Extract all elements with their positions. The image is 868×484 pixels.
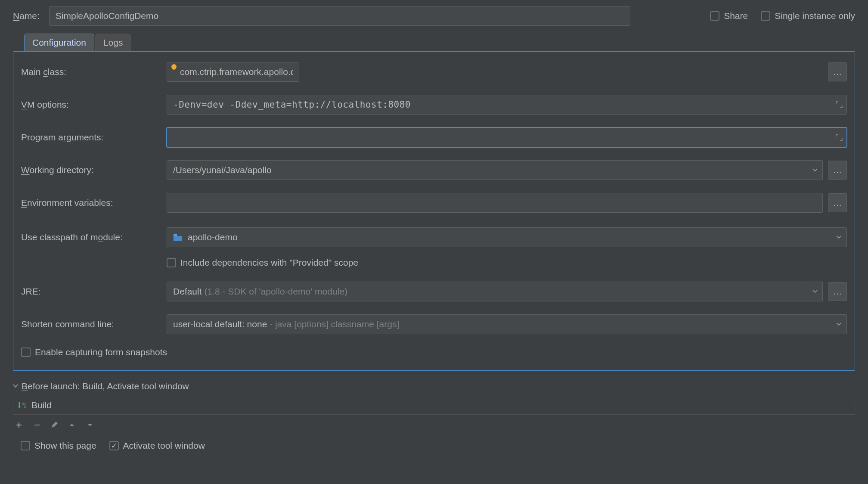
- shorten-command-line-label: Shorten command line:: [21, 319, 159, 329]
- build-icon: 01 10: [18, 401, 27, 410]
- include-provided-label: Include dependencies with "Provided" sco…: [180, 258, 358, 268]
- ellipsis-icon: …: [833, 286, 842, 297]
- single-instance-label: Single instance only: [775, 11, 855, 21]
- edit-button[interactable]: [51, 422, 59, 428]
- shorten-hint: - java [options] classname [args]: [267, 319, 399, 329]
- chevron-down-icon: [836, 323, 841, 326]
- ellipsis-icon: …: [833, 198, 842, 208]
- working-directory-dropdown[interactable]: [807, 160, 823, 180]
- checkbox-icon: [21, 441, 30, 450]
- tab-configuration[interactable]: Configuration: [24, 34, 94, 51]
- module-classpath-label: Use classpath of module:: [21, 232, 159, 242]
- vm-options-label: VM options:: [21, 99, 159, 110]
- before-launch-header[interactable]: Before launch: Build, Activate tool wind…: [13, 381, 855, 391]
- svg-rect-2: [174, 234, 177, 236]
- ellipsis-icon: …: [833, 165, 842, 175]
- remove-button[interactable]: −: [33, 419, 41, 431]
- ellipsis-icon: …: [833, 67, 842, 77]
- enable-form-snapshots-label: Enable capturing form snapshots: [35, 347, 167, 357]
- environment-variables-label: Environment variables:: [21, 198, 159, 208]
- activate-tool-window-label: Activate tool window: [123, 441, 205, 451]
- chevron-up-icon: [69, 423, 75, 427]
- configuration-panel: Main class: … VM options:: [13, 51, 855, 371]
- single-instance-checkbox[interactable]: Single instance only: [761, 11, 855, 21]
- jre-value: Default: [173, 286, 202, 296]
- browse-env-button[interactable]: …: [828, 193, 847, 212]
- show-this-page-checkbox[interactable]: Show this page: [21, 441, 96, 451]
- browse-main-class-button[interactable]: …: [828, 62, 847, 81]
- svg-point-0: [171, 64, 177, 69]
- chevron-down-icon: [13, 384, 18, 388]
- working-directory-input[interactable]: [167, 160, 807, 180]
- checkbox-icon: [710, 11, 719, 21]
- chevron-down-icon: [87, 423, 93, 427]
- add-button[interactable]: +: [15, 419, 23, 431]
- working-directory-label: Working directory:: [21, 165, 159, 175]
- program-arguments-label: Program arguments:: [21, 132, 159, 143]
- before-launch-list[interactable]: 01 10 Build: [13, 396, 855, 415]
- module-folder-icon: [173, 233, 183, 241]
- module-value: apollo-demo: [188, 232, 238, 242]
- before-launch-toolbar: + −: [13, 415, 855, 438]
- pencil-icon: [51, 422, 58, 428]
- browse-working-directory-button[interactable]: …: [828, 161, 847, 180]
- main-class-input[interactable]: [167, 62, 299, 82]
- chevron-down-icon: [836, 236, 841, 239]
- svg-text:10: 10: [22, 405, 26, 409]
- main-class-label: Main class:: [21, 67, 159, 77]
- svg-rect-1: [173, 69, 175, 70]
- before-launch-label: Before launch: Build, Activate tool wind…: [22, 381, 189, 391]
- move-down-button[interactable]: [87, 423, 96, 427]
- enable-form-snapshots-checkbox[interactable]: Enable capturing form snapshots: [21, 347, 167, 357]
- module-select[interactable]: apollo-demo: [167, 227, 847, 247]
- checkbox-icon: [21, 347, 31, 357]
- tab-logs[interactable]: Logs: [95, 34, 131, 51]
- vm-options-input[interactable]: [167, 95, 847, 115]
- jre-dropdown[interactable]: [807, 282, 823, 301]
- chevron-down-icon: [812, 290, 818, 293]
- name-input[interactable]: [49, 6, 630, 26]
- checkbox-icon: [167, 258, 176, 267]
- jre-label: JRE:: [21, 286, 159, 297]
- move-up-button[interactable]: [69, 423, 78, 427]
- program-arguments-input[interactable]: [167, 127, 847, 147]
- checkbox-icon: [109, 441, 119, 450]
- show-this-page-label: Show this page: [34, 441, 96, 451]
- jre-hint: (1.8 - SDK of 'apollo-demo' module): [202, 286, 347, 296]
- jre-select[interactable]: Default (1.8 - SDK of 'apollo-demo' modu…: [167, 282, 807, 301]
- include-provided-checkbox[interactable]: Include dependencies with "Provided" sco…: [167, 258, 358, 268]
- environment-variables-input[interactable]: [167, 193, 823, 213]
- shorten-command-line-select[interactable]: user-local default: none - java [options…: [167, 314, 847, 334]
- chevron-down-icon: [812, 168, 818, 172]
- intention-bulb-icon: [170, 64, 178, 71]
- tabs: Configuration Logs: [24, 34, 868, 51]
- checkbox-icon: [761, 11, 770, 21]
- name-label: Name:: [13, 11, 40, 21]
- activate-tool-window-checkbox[interactable]: Activate tool window: [109, 441, 205, 451]
- share-label: Share: [724, 11, 748, 21]
- shorten-value: user-local default: none: [173, 319, 267, 329]
- share-checkbox[interactable]: Share: [710, 11, 748, 21]
- before-launch-item-label: Build: [31, 400, 52, 410]
- browse-jre-button[interactable]: …: [828, 282, 847, 301]
